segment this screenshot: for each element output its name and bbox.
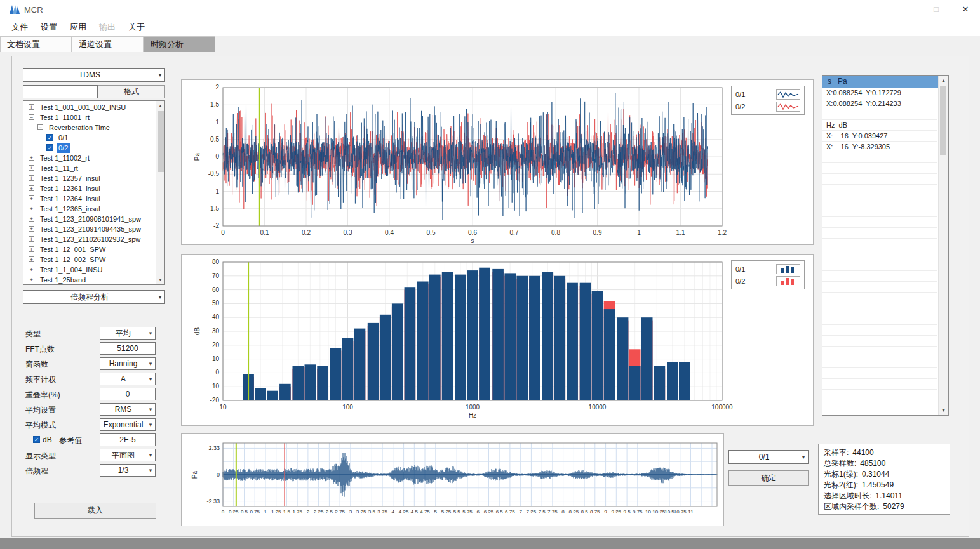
cursor-table-row[interactable] (822, 185, 937, 195)
tree-item[interactable]: +Test 1_1_004_INSU (23, 265, 164, 275)
legend-item-0-2[interactable]: 0/2 (732, 100, 804, 112)
frequency-weighting-select[interactable]: A▾ (100, 373, 156, 385)
cursor-table-row[interactable] (822, 400, 937, 411)
confirm-button[interactable]: 确定 (728, 470, 809, 486)
file-format-select[interactable]: TDMS ▾ (23, 68, 165, 82)
octave-fraction-select[interactable]: 1/3▾ (100, 464, 156, 477)
tree-item[interactable]: +Test 1_123_211026102932_spw (23, 234, 164, 244)
tree-scrollbar[interactable]: ▲ ▼ (156, 101, 164, 284)
tree-item[interactable]: +Test 1_11002_rt (23, 153, 164, 163)
tree-item-label[interactable]: Test 1_11002_rt (38, 153, 91, 163)
expand-icon[interactable]: + (29, 195, 34, 201)
tree-item[interactable]: +Test 1_123_210914094435_spw (23, 224, 164, 234)
channel-checkbox[interactable]: ✓ (46, 144, 53, 151)
expand-icon[interactable]: + (29, 267, 34, 272)
expand-icon[interactable]: + (29, 206, 34, 211)
expand-icon[interactable]: + (29, 216, 34, 222)
tree-item-label[interactable]: Test 1_25band (38, 275, 88, 285)
tree-item-label[interactable]: Reverberation Time (47, 122, 112, 133)
cursor-table-row[interactable]: X: 16 Y:-8.329305 (822, 142, 937, 152)
load-button[interactable]: 载入 (34, 503, 156, 519)
menu-item-file[interactable]: 文件 (5, 20, 34, 35)
type-select[interactable]: 平均▾ (100, 327, 156, 340)
tree-item-label[interactable]: 0/2 (57, 143, 70, 153)
legend-item-0-1[interactable]: 0/1 (732, 88, 804, 100)
expand-icon[interactable]: + (29, 165, 34, 171)
overview-waveform-chart[interactable]: 2.330-2.3300.250.50.7511.251.51.7522.252… (181, 433, 724, 526)
cursor-table-row[interactable] (822, 163, 937, 174)
tree-item-label[interactable]: Test 1_12357_insul (38, 173, 102, 183)
tree-item[interactable]: +Test 1_12365_insul (23, 204, 164, 214)
cursor-table-row[interactable] (822, 174, 937, 185)
channel-checkbox[interactable]: ✓ (46, 134, 53, 141)
filter-input[interactable] (23, 85, 98, 98)
cursor-table-row[interactable] (822, 195, 937, 206)
tree-item-label[interactable]: Test 1_11001_rt (38, 112, 91, 122)
cursor-table-row[interactable]: X: 16 Y:0.039427 (822, 131, 937, 142)
tree-item[interactable]: −Reverberation Time (23, 122, 164, 133)
cursor-table-row[interactable]: X:0.088254 Y:0.214233 (822, 98, 937, 109)
fft-points-input[interactable]: 51200 (100, 342, 156, 355)
expand-icon[interactable]: + (29, 175, 34, 181)
cursor-table-row[interactable] (822, 271, 937, 282)
expand-icon[interactable]: + (29, 185, 34, 191)
cursor-table-row[interactable] (822, 347, 937, 357)
tree-item[interactable]: ✓0/2 (23, 143, 164, 153)
tree-item[interactable]: −Test 1_11001_rt (23, 112, 164, 122)
tree-item-label[interactable]: Test 1_123_210914094435_spw (38, 224, 143, 234)
cursor-table-row[interactable]: X:0.088254 Y:0.172729 (822, 88, 937, 98)
cursor-table-row[interactable] (822, 357, 937, 368)
expand-icon[interactable]: + (29, 155, 34, 161)
tree-item-label[interactable]: Test 1_12361_insul (38, 183, 102, 194)
scroll-down-icon[interactable]: ▼ (939, 406, 948, 415)
tab-channel-settings[interactable]: 通道设置 (72, 36, 144, 52)
tree-item-label[interactable]: Test 1_123_210908101941_spw (38, 214, 143, 224)
legend-item-0-1[interactable]: 0/1 (732, 263, 804, 275)
tree-item-label[interactable]: Test 1_12_001_SPW (38, 244, 107, 255)
cursor-table-row[interactable] (822, 303, 937, 314)
tree-item[interactable]: +Test 1_12357_insul (23, 173, 164, 183)
expand-icon[interactable]: + (29, 246, 34, 252)
cursor-table-row[interactable] (822, 411, 937, 415)
window-function-select[interactable]: Hanning▾ (100, 357, 156, 370)
tree-item[interactable]: +Test 1_11_rt (23, 163, 164, 173)
average-setting-select[interactable]: RMS▾ (100, 403, 156, 416)
cursor-table-row[interactable]: Hz dB (822, 120, 937, 131)
cursor-table-row[interactable] (822, 282, 937, 293)
menu-item-settings[interactable]: 设置 (34, 20, 64, 35)
tree-item[interactable]: ✓0/1 (23, 133, 164, 143)
cursor-table-row[interactable] (822, 336, 937, 347)
tab-time-frequency-analysis[interactable]: 时频分析 (144, 36, 215, 52)
expand-icon[interactable]: + (29, 277, 34, 282)
scrollbar-thumb[interactable] (940, 86, 946, 155)
tree-item-label[interactable]: Test 1_123_211026102932_spw (38, 234, 142, 244)
tree-item-label[interactable]: Test 1_11_rt (38, 163, 80, 173)
expand-icon[interactable]: + (29, 236, 34, 242)
cursor-table-row[interactable] (822, 109, 937, 120)
format-button[interactable]: 格式 (98, 85, 165, 98)
cursor-table-row[interactable] (822, 260, 937, 271)
analysis-type-select[interactable]: 倍频程分析 ▾ (23, 290, 165, 304)
tree-item-label[interactable]: Test 1_12365_insul (38, 204, 102, 214)
tree-item-label[interactable]: Test 1_1_004_INSU (38, 265, 104, 275)
scrollbar-thumb[interactable] (158, 111, 164, 172)
tree-item[interactable]: +Test 1_123_210908101941_spw (23, 214, 164, 224)
cursor-table-row[interactable] (822, 293, 937, 303)
table-scrollbar[interactable]: ▲ ▼ (938, 76, 948, 415)
expand-icon[interactable]: + (29, 104, 34, 110)
cursor-table-row[interactable] (822, 239, 937, 249)
collapse-icon[interactable]: − (37, 124, 43, 130)
expand-icon[interactable]: + (29, 256, 34, 262)
menu-item-apply[interactable]: 应用 (64, 20, 93, 35)
cursor-table-row[interactable] (822, 314, 937, 325)
tab-document-settings[interactable]: 文档设置 (0, 36, 72, 52)
scroll-up-icon[interactable]: ▲ (156, 101, 164, 110)
cursor-table-row[interactable] (822, 249, 937, 260)
cursor-table-row[interactable] (822, 217, 937, 228)
scroll-up-icon[interactable]: ▲ (939, 76, 948, 85)
menu-item-about[interactable]: 关于 (122, 20, 151, 35)
display-type-select[interactable]: 平面图▾ (100, 449, 156, 461)
cursor-table-row[interactable] (822, 325, 937, 336)
tree-item[interactable]: +Test 1_12_001_SPW (23, 244, 164, 255)
cursor-table-row[interactable] (822, 379, 937, 390)
